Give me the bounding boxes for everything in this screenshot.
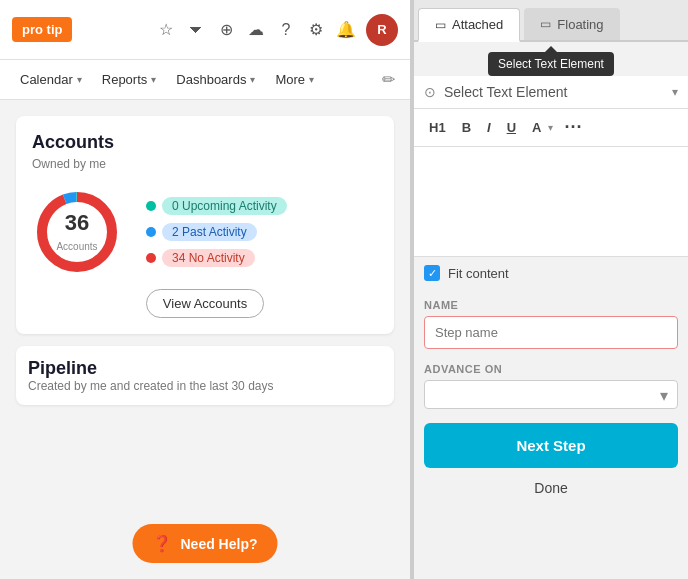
- advance-on-select-wrapper: [424, 380, 678, 409]
- pipeline-card: Pipeline Created by me and created in th…: [16, 346, 394, 405]
- reports-label: Reports: [102, 72, 148, 87]
- tab-floating[interactable]: ▭ Floating: [524, 8, 619, 40]
- name-field-label: NAME: [424, 299, 678, 311]
- tab-attached[interactable]: ▭ Attached: [418, 8, 520, 42]
- legend-item-upcoming: 0 Upcoming Activity: [146, 197, 287, 215]
- format-h1-button[interactable]: H1: [424, 118, 451, 137]
- sidebar-item-calendar[interactable]: Calendar ▾: [12, 68, 90, 91]
- checkmark-icon: ✓: [428, 267, 437, 280]
- tooltip-area: Select Text Element: [414, 42, 688, 76]
- attached-tab-icon: ▭: [435, 18, 446, 32]
- need-help-label: Need Help?: [180, 536, 257, 552]
- left-panel: pro tip ☆ ⏷ ⊕ ☁ ? ⚙ 🔔 R Calendar ▾ Repor…: [0, 0, 410, 579]
- format-italic-button[interactable]: I: [482, 118, 496, 137]
- advance-on-label: ADVANCE ON: [424, 363, 678, 375]
- legend-dot-no: [146, 253, 156, 263]
- pro-tip-button[interactable]: pro tip: [12, 17, 72, 42]
- sidebar-item-dashboards[interactable]: Dashboards ▾: [168, 68, 263, 91]
- question-icon: ❓: [152, 534, 172, 553]
- step-name-input[interactable]: [424, 316, 678, 349]
- calendar-chevron: ▾: [77, 74, 82, 85]
- donut-chart: 36 Accounts: [32, 187, 122, 277]
- fit-content-row: ✓ Fit content: [414, 257, 688, 289]
- second-nav: Calendar ▾ Reports ▾ Dashboards ▾ More ▾…: [0, 60, 410, 100]
- accounts-title: Accounts: [32, 132, 378, 153]
- format-color-button[interactable]: A: [527, 118, 546, 137]
- advance-on-section: ADVANCE ON: [414, 355, 688, 413]
- tab-attached-label: Attached: [452, 17, 503, 32]
- dashboards-chevron: ▾: [250, 74, 255, 85]
- avatar[interactable]: R: [366, 14, 398, 46]
- chevron-down-icon[interactable]: ▾: [548, 122, 553, 133]
- reports-chevron: ▾: [151, 74, 156, 85]
- calendar-label: Calendar: [20, 72, 73, 87]
- text-edit-area[interactable]: [414, 147, 688, 257]
- format-more-button[interactable]: ···: [559, 115, 587, 140]
- done-button[interactable]: Done: [414, 472, 688, 504]
- settings-icon[interactable]: ⚙: [306, 20, 326, 40]
- tab-floating-label: Floating: [557, 17, 603, 32]
- accounts-count: 36: [56, 210, 97, 236]
- history-icon[interactable]: ⏷: [186, 20, 206, 40]
- need-help-button[interactable]: ❓ Need Help?: [132, 524, 277, 563]
- select-element-text: Select Text Element: [444, 84, 664, 100]
- legend-badge-no: 34 No Activity: [162, 249, 255, 267]
- add-icon[interactable]: ⊕: [216, 20, 236, 40]
- right-panel: ▭ Attached ▭ Floating Select Text Elemen…: [414, 0, 688, 579]
- legend-item-no: 34 No Activity: [146, 249, 287, 267]
- tooltip-popup: Select Text Element: [488, 52, 614, 76]
- accounts-legend: 0 Upcoming Activity 2 Past Activity 34 N…: [146, 197, 287, 267]
- legend-dot-past: [146, 227, 156, 237]
- legend-item-past: 2 Past Activity: [146, 223, 287, 241]
- floating-tab-icon: ▭: [540, 17, 551, 31]
- main-content: Accounts Owned by me: [0, 100, 410, 433]
- accounts-subtitle: Owned by me: [32, 157, 378, 171]
- edit-icon[interactable]: ✏: [378, 70, 398, 90]
- star-icon[interactable]: ☆: [156, 20, 176, 40]
- fit-content-checkbox[interactable]: ✓: [424, 265, 440, 281]
- more-chevron: ▾: [309, 74, 314, 85]
- pipeline-subtitle: Created by me and created in the last 30…: [28, 379, 382, 393]
- format-color-group: A ▾: [527, 118, 553, 137]
- tab-bar: ▭ Attached ▭ Floating: [414, 0, 688, 42]
- select-element-row: ⊙ Select Text Element ▾: [414, 76, 688, 109]
- cloud-icon[interactable]: ☁: [246, 20, 266, 40]
- legend-badge-upcoming: 0 Upcoming Activity: [162, 197, 287, 215]
- help-icon[interactable]: ?: [276, 20, 296, 40]
- accounts-card: Accounts Owned by me: [16, 116, 394, 334]
- pipeline-title: Pipeline: [28, 358, 382, 379]
- accounts-count-label: Accounts: [56, 241, 97, 252]
- more-label: More: [275, 72, 305, 87]
- top-nav: pro tip ☆ ⏷ ⊕ ☁ ? ⚙ 🔔 R: [0, 0, 410, 60]
- chart-area: 36 Accounts 0 Upcoming Activity 2 Past A…: [32, 187, 378, 277]
- fit-content-label: Fit content: [448, 266, 509, 281]
- sidebar-item-reports[interactable]: Reports ▾: [94, 68, 165, 91]
- nav-icons: ☆ ⏷ ⊕ ☁ ? ⚙ 🔔 R: [156, 14, 398, 46]
- format-bold-button[interactable]: B: [457, 118, 476, 137]
- target-icon: ⊙: [424, 84, 436, 100]
- view-accounts-button[interactable]: View Accounts: [146, 289, 264, 318]
- format-toolbar: H1 B I U A ▾ ···: [414, 109, 688, 147]
- sidebar-item-more[interactable]: More ▾: [267, 68, 322, 91]
- next-step-button[interactable]: Next Step: [424, 423, 678, 468]
- format-underline-button[interactable]: U: [502, 118, 521, 137]
- legend-dot-upcoming: [146, 201, 156, 211]
- legend-badge-past: 2 Past Activity: [162, 223, 257, 241]
- select-dropdown-arrow[interactable]: ▾: [672, 85, 678, 99]
- bell-icon[interactable]: 🔔: [336, 20, 356, 40]
- tooltip-text: Select Text Element: [498, 57, 604, 71]
- dashboards-label: Dashboards: [176, 72, 246, 87]
- advance-on-select[interactable]: [424, 380, 678, 409]
- name-section: NAME: [414, 289, 688, 355]
- donut-center: 36 Accounts: [56, 210, 97, 254]
